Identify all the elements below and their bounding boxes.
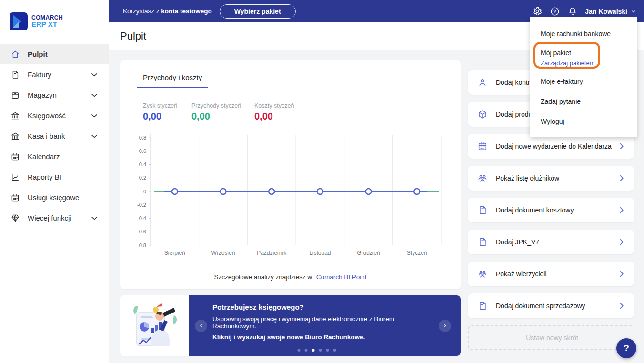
carousel-dot-4[interactable] — [319, 349, 322, 352]
menu-item-moje-e-faktury[interactable]: Moje e-faktury — [530, 71, 637, 91]
banner-text: Usprawnij swoją pracę i wymieniaj dane e… — [212, 315, 432, 330]
person-icon — [477, 77, 488, 88]
chevron-down-icon — [90, 70, 99, 80]
calendar-icon — [10, 193, 20, 202]
bi-point-link[interactable]: Comarch BI Point — [316, 273, 367, 281]
menu-item-label: Mój pakiet — [541, 49, 626, 57]
stat-zysk-stycze: Zysk styczeń0,00 — [143, 102, 191, 122]
carousel-dot-6[interactable] — [333, 349, 336, 352]
stat-koszty-stycze: Koszty styczeń0,00 — [254, 102, 294, 122]
menu-item-m-j-pakiet[interactable]: Mój pakietZarządzaj pakietem — [530, 44, 637, 71]
menu-item-zadaj-pytanie[interactable]: Zadaj pytanie — [530, 91, 637, 111]
warehouse-icon — [10, 91, 20, 100]
sidebar-item-ksi-gowo[interactable]: Księgowość — [0, 105, 109, 126]
user-dropdown-menu: Moje rachunki bankoweMój pakietZarządzaj… — [530, 17, 637, 137]
shortcut-ustaw-nowy-skr-t[interactable]: Ustaw nowy skrót — [468, 325, 634, 350]
svg-text:0: 0 — [143, 189, 146, 194]
chevron-right-icon — [442, 323, 448, 329]
sidebar-item-label: Usługi księgowe — [28, 193, 99, 202]
sidebar-item-wi-cej-funkcji[interactable]: Więcej funkcji — [0, 208, 109, 228]
tab-przychody-i-koszty[interactable]: Przychody i koszty — [137, 73, 208, 88]
promo-banner: Potrzebujesz księgowego? Usprawnij swoją… — [120, 295, 461, 356]
help-fab-button[interactable]: ? — [616, 338, 636, 358]
shortcut-poka-list-d-u-nik-w[interactable]: Pokaż listę dłużników — [468, 166, 634, 191]
page-title: Pulpit — [120, 30, 146, 42]
carousel-dots — [297, 349, 336, 352]
banner-title: Potrzebujesz księgowego? — [212, 303, 432, 311]
sidebar-item-magazyn[interactable]: Magazyn — [0, 85, 109, 105]
chevron-right-icon — [616, 173, 627, 183]
sidebar-item-label: Magazyn — [28, 91, 90, 99]
sidebar-item-kalendarz[interactable]: Kalendarz — [0, 146, 109, 167]
carousel-dot-3[interactable] — [312, 349, 314, 352]
document-icon — [477, 237, 488, 247]
sidebar-item-label: Kalendarz — [28, 152, 99, 161]
shortcut-label: Pokaż wierzycieli — [496, 270, 616, 278]
svg-text:Sierpień: Sierpień — [164, 250, 185, 256]
sidebar-item-label: Kasa i bank — [28, 132, 90, 140]
stat-value: 0,00 — [143, 111, 191, 122]
sidebar-item-faktury[interactable]: Faktury — [0, 64, 109, 85]
calendar-icon — [10, 152, 20, 161]
user-menu-trigger[interactable]: Jan Kowalski — [585, 8, 637, 15]
menu-item-moje-rachunki-bankowe[interactable]: Moje rachunki bankowe — [530, 24, 637, 44]
stat-label: Przychody styczeń — [191, 102, 254, 109]
bell-icon[interactable] — [567, 6, 578, 17]
app-screen: COMARCH ERP XT PulpitFakturyMagazynKsięg… — [0, 0, 644, 363]
logo-link[interactable]: COMARCH ERP XT — [0, 0, 109, 43]
revenue-costs-chart: 0.80.60.40.20-0.2-0.4-0.6-0.8SierpieńWrz… — [127, 132, 455, 260]
carousel-dot-1[interactable] — [297, 349, 300, 352]
document-icon — [477, 301, 488, 311]
svg-text:0.4: 0.4 — [139, 161, 146, 167]
sidebar-item-label: Pulpit — [28, 50, 99, 58]
svg-text:Wrzesień: Wrzesień — [211, 250, 235, 256]
shortcut-label: Pokaż listę dłużników — [496, 174, 616, 182]
trial-notice: Korzystasz z konta testowego — [123, 8, 212, 15]
calendar-icon — [477, 141, 488, 151]
svg-text:-0.6: -0.6 — [137, 229, 146, 234]
menu-item-label: Moje rachunki bankowe — [541, 30, 626, 38]
svg-text:0.2: 0.2 — [139, 175, 146, 181]
question-icon[interactable]: ? — [550, 6, 560, 17]
chart-footer: Szczegółowe analizy znajdziesz w Comarch… — [120, 273, 461, 281]
chevron-left-icon — [198, 323, 204, 329]
gear-icon[interactable] — [532, 6, 543, 17]
shortcut-dodaj-nowe-wydarzenie-do-kalendarza[interactable]: Dodaj nowe wydarzenie do Kalendarza — [468, 134, 634, 159]
svg-text:Grudzień: Grudzień — [357, 250, 380, 256]
sidebar-item-kasa-i-bank[interactable]: Kasa i bank — [0, 126, 109, 146]
svg-text:0.8: 0.8 — [139, 135, 146, 141]
shortcut-dodaj-jpk-v7[interactable]: Dodaj JPK_V7 — [468, 230, 634, 254]
shortcut-label: Dodaj JPK_V7 — [496, 238, 616, 246]
sidebar-item-label: Faktury — [28, 71, 90, 79]
comarch-logo-icon — [10, 12, 28, 30]
stat-value: 0,00 — [191, 111, 254, 122]
accountant-illustration — [128, 300, 181, 352]
carousel-dot-5[interactable] — [326, 349, 329, 352]
shortcut-poka-wierzycieli[interactable]: Pokaż wierzycieli — [468, 262, 634, 286]
document-icon — [477, 205, 488, 215]
menu-item-label: Wyloguj — [541, 118, 626, 125]
shortcut-dodaj-dokument-kosztowy[interactable]: Dodaj dokument kosztowy — [468, 198, 634, 222]
invoice-icon — [10, 70, 20, 80]
menu-item-sublink[interactable]: Zarządzaj pakietem — [541, 60, 626, 67]
carousel-prev-button[interactable] — [195, 320, 207, 332]
sidebar-item-raporty-bi[interactable]: Raporty BI — [0, 167, 109, 187]
svg-text:?: ? — [553, 9, 556, 14]
carousel-next-button[interactable] — [439, 320, 451, 332]
sidebar-item-us-ugi-ksi-gowe[interactable]: Usługi księgowe — [0, 187, 109, 208]
logo-product: ERP XT — [31, 20, 63, 28]
sidebar-item-label: Księgowość — [28, 111, 90, 120]
chart-footer-text: Szczegółowe analizy znajdziesz w — [214, 273, 312, 281]
shortcut-dodaj-dokument-sprzeda-owy[interactable]: Dodaj dokument sprzedażowy — [468, 293, 634, 318]
banner-illustration-panel — [120, 295, 189, 356]
stat-value: 0,00 — [254, 111, 294, 122]
svg-text:Listopad: Listopad — [309, 250, 331, 256]
sidebar-nav: PulpitFakturyMagazynKsięgowośćKasa i ban… — [0, 44, 109, 228]
menu-item-wyloguj[interactable]: Wyloguj — [530, 111, 637, 131]
carousel-dot-2[interactable] — [304, 349, 307, 352]
chevron-down-icon — [90, 131, 99, 141]
sidebar-item-pulpit[interactable]: Pulpit — [0, 44, 109, 64]
banner-link[interactable]: Kliknij i wyszukaj swoje nowe Biuro Rach… — [212, 333, 365, 341]
chevron-down-icon — [90, 111, 99, 121]
choose-package-button[interactable]: Wybierz pakiet — [220, 4, 296, 19]
